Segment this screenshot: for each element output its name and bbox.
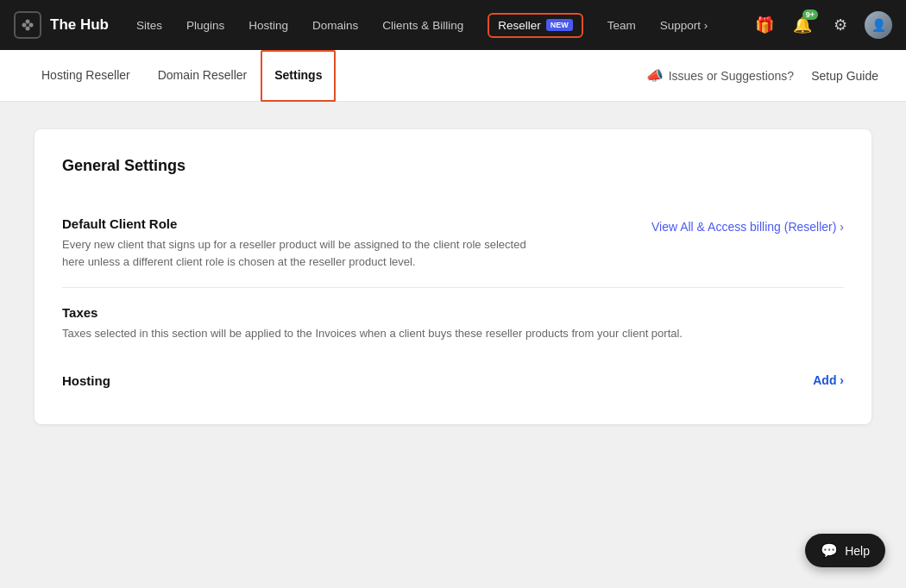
gear-icon: ⚙ bbox=[834, 16, 847, 34]
taxes-title: Taxes bbox=[62, 305, 844, 320]
subnav-links: Hosting Reseller Domain Reseller Setting… bbox=[28, 50, 646, 102]
setup-guide-link[interactable]: Setup Guide bbox=[811, 69, 878, 83]
nav-right: 🎁 🔔 9+ ⚙ 👤 bbox=[751, 11, 892, 39]
svg-point-2 bbox=[26, 20, 30, 24]
default-client-role-text: Default Client Role Every new client tha… bbox=[62, 216, 634, 270]
gift-icon: 🎁 bbox=[755, 16, 774, 34]
svg-point-1 bbox=[29, 23, 34, 28]
help-button[interactable]: 💬 Help bbox=[805, 534, 885, 567]
issues-suggestions-button[interactable]: 📣 Issues or Suggestions? bbox=[646, 67, 795, 84]
navbar: The Hub Sites Plugins Hosting Domains Cl… bbox=[0, 0, 906, 50]
default-client-role-title: Default Client Role bbox=[62, 216, 634, 231]
new-badge: NEW bbox=[546, 19, 573, 31]
nav-domains[interactable]: Domains bbox=[302, 12, 368, 39]
hosting-row: Hosting Add › bbox=[62, 360, 844, 388]
settings-card: General Settings Default Client Role Eve… bbox=[35, 129, 871, 424]
reseller-label: Reseller bbox=[498, 19, 541, 32]
brand-name: The Hub bbox=[50, 16, 109, 34]
nav-reseller[interactable]: Reseller NEW bbox=[477, 6, 594, 45]
subnav: Hosting Reseller Domain Reseller Setting… bbox=[0, 50, 906, 102]
navbar-logo[interactable]: The Hub bbox=[14, 11, 109, 39]
tab-settings[interactable]: Settings bbox=[261, 50, 336, 102]
view-all-billing-link[interactable]: View All & Access billing (Reseller) › bbox=[634, 220, 844, 234]
avatar-image: 👤 bbox=[865, 11, 892, 39]
default-client-role-description: Every new client that signs up for a res… bbox=[62, 236, 545, 270]
hosting-label: Hosting bbox=[62, 373, 110, 388]
nav-team[interactable]: Team bbox=[597, 12, 646, 39]
gift-button[interactable]: 🎁 bbox=[751, 11, 778, 39]
nav-sites[interactable]: Sites bbox=[126, 12, 173, 39]
nav-links: Sites Plugins Hosting Domains Clients & … bbox=[126, 6, 751, 45]
card-title: General Settings bbox=[62, 157, 844, 175]
taxes-description: Taxes selected in this section will be a… bbox=[62, 325, 844, 342]
add-hosting-button[interactable]: Add › bbox=[813, 373, 844, 387]
chat-icon: 💬 bbox=[821, 542, 838, 559]
subnav-right: 📣 Issues or Suggestions? Setup Guide bbox=[646, 67, 878, 84]
tab-domain-reseller[interactable]: Domain Reseller bbox=[144, 50, 261, 102]
issues-suggestions-label: Issues or Suggestions? bbox=[669, 69, 795, 83]
svg-point-0 bbox=[22, 23, 27, 28]
nav-plugins[interactable]: Plugins bbox=[176, 12, 235, 39]
logo-icon bbox=[14, 11, 41, 39]
page-content: General Settings Default Client Role Eve… bbox=[0, 102, 906, 452]
tab-hosting-reseller[interactable]: Hosting Reseller bbox=[28, 50, 144, 102]
nav-support[interactable]: Support › bbox=[650, 12, 719, 39]
user-avatar[interactable]: 👤 bbox=[865, 11, 892, 39]
nav-clients-billing[interactable]: Clients & Billing bbox=[372, 12, 474, 39]
notifications-button[interactable]: 🔔 9+ bbox=[789, 11, 816, 39]
taxes-section: Taxes Taxes selected in this section wil… bbox=[62, 287, 844, 397]
help-label: Help bbox=[845, 544, 870, 558]
nav-hosting[interactable]: Hosting bbox=[238, 12, 299, 39]
notifications-badge: 9+ bbox=[802, 9, 818, 20]
svg-point-3 bbox=[26, 27, 30, 31]
default-client-role-section: Default Client Role Every new client tha… bbox=[62, 199, 844, 287]
megaphone-icon: 📣 bbox=[646, 67, 664, 84]
settings-button[interactable]: ⚙ bbox=[827, 11, 854, 39]
